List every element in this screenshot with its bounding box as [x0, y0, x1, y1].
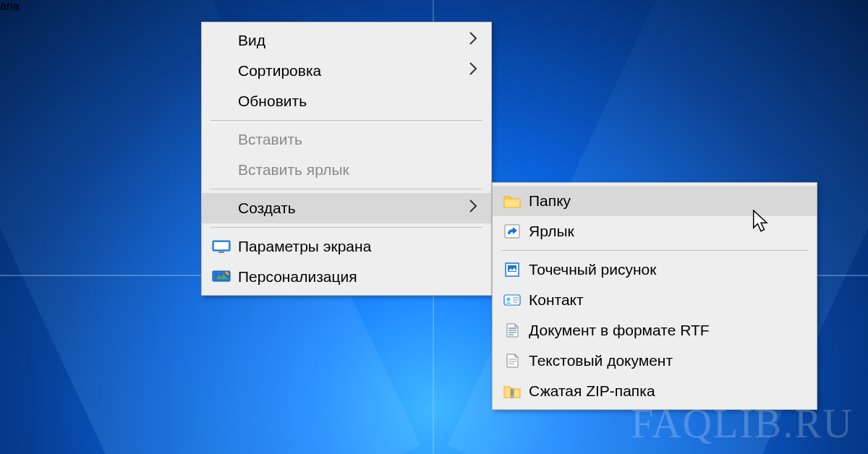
display-settings-icon — [212, 239, 238, 254]
menu-label: Вставить — [238, 131, 481, 148]
menu-item-paste-shortcut: Вставить ярлык — [202, 155, 491, 185]
menu-label: Обновить — [238, 93, 481, 110]
menu-label: Сжатая ZIP-папка — [529, 382, 807, 400]
chevron-right-icon — [468, 198, 478, 218]
menu-label: Контакт — [529, 291, 807, 309]
menu-label: Текстовый документ — [529, 352, 807, 369]
zip-folder-icon — [503, 383, 529, 399]
menu-item-display-settings[interactable]: Параметры экрана — [202, 231, 491, 262]
menu-separator — [210, 189, 482, 189]
folder-icon — [503, 193, 529, 209]
chevron-right-icon — [468, 30, 478, 51]
svg-rect-2 — [218, 252, 224, 253]
menu-label: Вид — [238, 32, 468, 49]
contact-icon — [503, 292, 529, 308]
menu-label: Параметры экрана — [238, 238, 481, 255]
menu-label: Вставить ярлык — [238, 161, 481, 179]
submenu-item-contact[interactable]: Контакт — [493, 285, 817, 315]
svg-point-9 — [507, 298, 511, 301]
menu-item-sort[interactable]: Сортировка — [202, 56, 491, 86]
menu-label: Ярлык — [529, 223, 807, 240]
submenu-item-bitmap[interactable]: Точечный рисунок — [493, 254, 817, 285]
shortcut-icon — [503, 223, 529, 239]
menu-separator — [501, 250, 808, 251]
submenu-item-folder[interactable]: Папку — [493, 186, 817, 216]
create-submenu: Папку Ярлык Точечный рисунок — [492, 182, 817, 410]
menu-label: Точечный рисунок — [529, 261, 807, 278]
menu-item-refresh[interactable]: Обновить — [202, 86, 491, 116]
menu-item-personalize[interactable]: Персонализация — [202, 262, 491, 292]
menu-item-create[interactable]: Создать — [202, 193, 491, 223]
desktop-context-menu: Вид Сортировка Обновить Вставить Вставит… — [201, 22, 492, 296]
menu-separator — [210, 120, 482, 121]
menu-separator — [210, 227, 482, 228]
menu-label: Документ в формате RTF — [529, 322, 807, 339]
submenu-item-text[interactable]: Текстовый документ — [493, 346, 817, 376]
rtf-doc-icon — [503, 322, 529, 338]
menu-label: Персонализация — [238, 268, 481, 286]
submenu-item-rtf[interactable]: Документ в формате RTF — [493, 315, 817, 346]
text-doc-icon — [503, 353, 529, 369]
menu-item-view[interactable]: Вид — [202, 25, 491, 56]
bitmap-icon — [503, 262, 529, 278]
menu-label: Сортировка — [238, 62, 468, 80]
svg-rect-1 — [214, 242, 229, 249]
watermark-text: FAQLIB.RU — [631, 401, 854, 447]
menu-item-paste: Вставить — [202, 124, 491, 155]
menu-label: Папку — [529, 192, 807, 210]
personalize-icon — [212, 269, 238, 285]
chevron-right-icon — [468, 61, 478, 81]
submenu-item-shortcut[interactable]: Ярлык — [493, 216, 817, 247]
menu-label: Создать — [238, 200, 468, 217]
